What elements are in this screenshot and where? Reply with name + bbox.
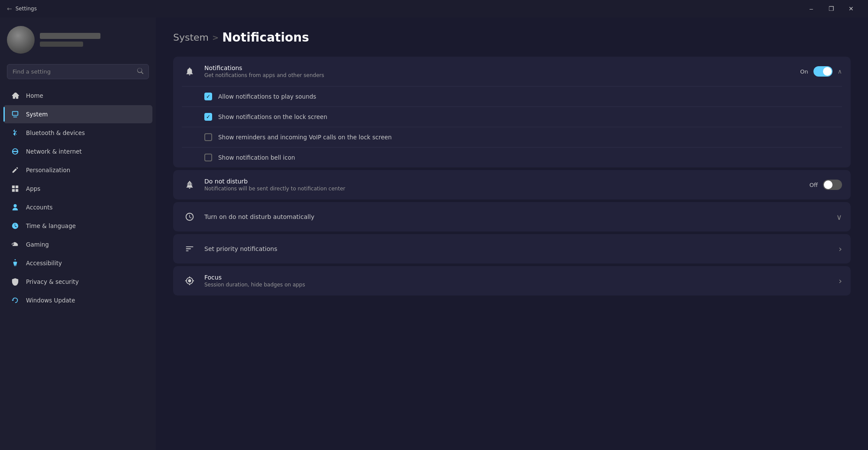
breadcrumb: System > Notifications — [173, 30, 851, 45]
accounts-icon — [10, 202, 20, 212]
turn-on-dnd-row[interactable]: Turn on do not disturb automatically ∨ — [173, 202, 851, 231]
sidebar-item-accessibility[interactable]: Accessibility — [3, 254, 152, 272]
nav-list: Home System Bluetooth & devices — [0, 86, 156, 310]
back-icon[interactable]: ← — [7, 5, 12, 12]
checkbox-row-sounds[interactable]: Allow notifications to play sounds — [173, 87, 851, 106]
sidebar-item-network[interactable]: Network & internet — [3, 142, 152, 161]
sidebar-item-label-gaming: Gaming — [26, 241, 49, 248]
sidebar-item-privacy[interactable]: Privacy & security — [3, 273, 152, 291]
checkbox-lockscreen[interactable] — [204, 113, 212, 121]
breadcrumb-current: Notifications — [222, 30, 309, 45]
sidebar-item-label-network: Network & internet — [26, 148, 82, 155]
do-not-disturb-header[interactable]: Do not disturb Notifications will be sen… — [173, 170, 851, 199]
sidebar-item-label-system: System — [26, 111, 48, 118]
focus-chevron: › — [839, 276, 842, 286]
priority-label: Set priority notifications — [204, 245, 832, 252]
notifications-chevron[interactable]: ∧ — [838, 68, 842, 75]
priority-row[interactable]: Set priority notifications › — [173, 234, 851, 264]
network-icon — [10, 147, 20, 156]
sidebar-item-label-home: Home — [26, 92, 43, 99]
system-icon — [10, 109, 20, 119]
turn-on-dnd-label: Turn on do not disturb automatically — [204, 213, 829, 220]
search-box[interactable] — [7, 64, 149, 79]
app-body: Home System Bluetooth & devices — [0, 17, 868, 450]
sidebar-item-label-apps: Apps — [26, 185, 40, 192]
sidebar-item-apps[interactable]: Apps — [3, 180, 152, 198]
checkbox-row-lockscreen[interactable]: Show notifications on the lock screen — [173, 107, 851, 127]
focus-card: Focus Session duration, hide badges on a… — [173, 266, 851, 296]
checkbox-sounds[interactable] — [204, 93, 212, 100]
checkbox-voip[interactable] — [204, 133, 212, 141]
sidebar-item-accounts[interactable]: Accounts — [3, 198, 152, 216]
dnd-subtitle: Notifications will be sent directly to n… — [204, 186, 803, 192]
bluetooth-icon — [10, 128, 20, 138]
breadcrumb-parent[interactable]: System — [173, 32, 209, 43]
notifications-toggle[interactable] — [813, 66, 833, 77]
sidebar-item-home[interactable]: Home — [3, 87, 152, 105]
notifications-card: Notifications Get notifications from app… — [173, 57, 851, 167]
turn-on-dnd-icon — [182, 209, 197, 225]
personalization-icon — [10, 165, 20, 175]
search-icon — [137, 68, 143, 75]
sidebar-item-gaming[interactable]: Gaming — [3, 235, 152, 254]
sidebar-item-label-time: Time & language — [26, 222, 76, 229]
sidebar-item-label-privacy: Privacy & security — [26, 278, 79, 285]
search-input[interactable] — [13, 68, 134, 75]
notifications-icon — [182, 64, 197, 79]
sidebar-item-system[interactable]: System — [3, 105, 152, 123]
turn-on-dnd-card: Turn on do not disturb automatically ∨ — [173, 202, 851, 231]
main-content: System > Notifications Notifications Get… — [156, 17, 868, 450]
sidebar-item-bluetooth[interactable]: Bluetooth & devices — [3, 124, 152, 142]
focus-row[interactable]: Focus Session duration, hide badges on a… — [173, 266, 851, 296]
priority-chevron: › — [839, 244, 842, 254]
title-bar: ← Settings – ❐ ✕ — [0, 0, 868, 17]
sidebar-item-label-personalization: Personalization — [26, 167, 70, 174]
notifications-subtitle: Get notifications from apps and other se… — [204, 72, 793, 78]
turn-on-dnd-chevron: ∨ — [836, 212, 842, 222]
sidebar-item-label-bluetooth: Bluetooth & devices — [26, 129, 85, 136]
checkbox-bellicon[interactable] — [204, 154, 212, 161]
privacy-icon — [10, 277, 20, 286]
window-controls: – ❐ ✕ — [801, 2, 861, 16]
breadcrumb-separator: > — [212, 33, 219, 42]
time-icon — [10, 221, 20, 231]
priority-card: Set priority notifications › — [173, 234, 851, 264]
window-title: Settings — [16, 6, 37, 12]
sidebar-item-personalization[interactable]: Personalization — [3, 161, 152, 179]
dnd-title: Do not disturb — [204, 178, 803, 185]
sidebar-item-label-update: Windows Update — [26, 297, 75, 304]
do-not-disturb-card: Do not disturb Notifications will be sen… — [173, 170, 851, 199]
search-container — [0, 61, 156, 86]
close-button[interactable]: ✕ — [841, 2, 861, 16]
profile-name — [40, 33, 100, 39]
do-not-disturb-icon — [182, 177, 197, 193]
apps-icon — [10, 184, 20, 193]
dnd-toggle[interactable] — [823, 180, 842, 190]
profile-section[interactable] — [0, 17, 156, 61]
sidebar: Home System Bluetooth & devices — [0, 17, 156, 450]
priority-icon — [182, 241, 197, 257]
minimize-button[interactable]: – — [801, 2, 821, 16]
focus-subtitle: Session duration, hide badges on apps — [204, 282, 832, 288]
checkbox-row-voip[interactable]: Show reminders and incoming VoIP calls o… — [173, 127, 851, 147]
update-icon — [10, 296, 20, 305]
maximize-button[interactable]: ❐ — [821, 2, 841, 16]
focus-icon — [182, 273, 197, 289]
notifications-toggle-label: On — [800, 68, 808, 75]
avatar — [7, 26, 35, 54]
dnd-toggle-label: Off — [810, 182, 818, 188]
checkbox-label-sounds: Allow notifications to play sounds — [218, 93, 316, 100]
sidebar-item-time[interactable]: Time & language — [3, 217, 152, 235]
gaming-icon — [10, 240, 20, 249]
accessibility-icon — [10, 258, 20, 268]
notifications-header[interactable]: Notifications Get notifications from app… — [173, 57, 851, 86]
sidebar-item-label-accounts: Accounts — [26, 204, 53, 211]
checkbox-label-lockscreen: Show notifications on the lock screen — [218, 113, 327, 120]
checkbox-row-bellicon[interactable]: Show notification bell icon — [173, 148, 851, 167]
profile-subtitle — [40, 42, 83, 47]
notifications-title: Notifications — [204, 64, 793, 71]
sidebar-item-label-accessibility: Accessibility — [26, 260, 62, 267]
checkbox-label-bellicon: Show notification bell icon — [218, 154, 295, 161]
sidebar-item-update[interactable]: Windows Update — [3, 291, 152, 309]
checkbox-label-voip: Show reminders and incoming VoIP calls o… — [218, 134, 392, 141]
